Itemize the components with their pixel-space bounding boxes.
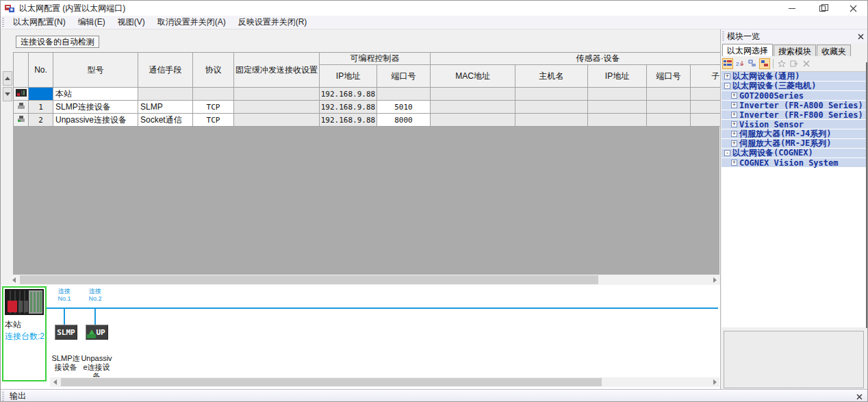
plc-host-icon (14, 88, 29, 101)
close-button[interactable] (838, 1, 868, 16)
row-move-down-button[interactable] (3, 87, 12, 101)
statusbar-grip (2, 392, 4, 401)
panel-close-button[interactable] (856, 32, 865, 40)
col-comm: 通信手段 (138, 53, 193, 88)
host-station-box[interactable]: 本站 连接台数:2 (2, 286, 47, 381)
menu-edit[interactable]: 编辑(E) (72, 15, 112, 29)
cell-plc-ip[interactable]: 192.168.9.88 (320, 114, 377, 127)
cell-sensor-port[interactable] (647, 101, 691, 114)
scrollbar-track[interactable] (18, 275, 710, 285)
collapse-icon[interactable]: - (724, 83, 730, 89)
table-row-host[interactable]: 本站 192.168.9.88 (14, 88, 766, 101)
network-diagram-panel: 本站 连接台数:2 连接No.1 SLMP SLMP连接设备 连接No.2 UP… (1, 285, 721, 389)
scroll-left-icon[interactable] (9, 275, 18, 285)
slmp-device-node[interactable]: SLMP (55, 325, 77, 340)
scrollbar-track[interactable] (60, 377, 710, 387)
cell-mac[interactable] (431, 101, 515, 114)
host-label: 本站 (5, 319, 45, 331)
cell-fixed-buffer[interactable] (234, 114, 320, 127)
cell-no[interactable]: 1 (29, 101, 53, 114)
cell-hostname[interactable] (515, 101, 588, 114)
expand-icon[interactable]: + (731, 102, 737, 108)
tree-item-cognex-vision[interactable]: +COGNEX Vision System (722, 158, 866, 167)
cell-protocol[interactable]: TCP (193, 101, 234, 114)
cell-no-selected[interactable] (29, 88, 53, 101)
restore-button[interactable] (807, 1, 838, 16)
tree-item-inverter-f800[interactable]: +Inverter (FR-F800 Series) (722, 110, 866, 119)
scrollbar-thumb[interactable] (20, 275, 598, 284)
menu-view[interactable]: 视图(V) (112, 15, 151, 29)
output-close-button[interactable] (855, 392, 863, 401)
scrollbar-thumb[interactable] (61, 378, 602, 386)
cell-mac[interactable] (431, 114, 515, 127)
cell-protocol[interactable] (193, 88, 234, 101)
cell-sensor-ip[interactable] (588, 114, 647, 127)
cell-plc-ip[interactable]: 192.168.9.88 (320, 101, 377, 114)
table-row-1[interactable]: 1 SLMP连接设备 SLMP TCP 192.168.9.88 5010 (14, 101, 766, 114)
cell-fixed-buffer[interactable] (234, 88, 320, 101)
tree-item-got2000[interactable]: +GOT2000Series (722, 91, 866, 100)
diagram-horizontal-scrollbar[interactable] (50, 377, 719, 387)
toolbar-separator (773, 59, 774, 68)
cell-hostname[interactable] (515, 88, 588, 101)
sort-button[interactable]: 2↓ (735, 58, 745, 69)
cell-no[interactable]: 2 (29, 114, 53, 127)
scroll-right-icon[interactable] (710, 275, 719, 285)
connection1-label: 连接No.1 (53, 288, 76, 303)
tab-favorites[interactable]: 收藏夹 (817, 45, 851, 56)
delete-button-disabled (801, 58, 812, 69)
cell-protocol[interactable]: TCP (193, 114, 234, 127)
cell-model[interactable]: SLMP连接设备 (53, 101, 138, 114)
minimize-button[interactable] (776, 1, 807, 16)
up-node-label: UP (96, 328, 105, 337)
cell-comm[interactable]: Socket通信 (138, 114, 193, 127)
cell-plc-port[interactable]: 8000 (377, 114, 431, 127)
auto-detect-button[interactable]: 连接设备的自动检测 (16, 36, 99, 48)
cell-sensor-ip[interactable] (588, 88, 647, 101)
table-horizontal-scrollbar[interactable] (9, 275, 719, 285)
window-title: 以太网配置 (内置以太网端口) (19, 3, 125, 14)
expand-icon[interactable]: + (731, 160, 737, 166)
cell-sensor-port[interactable] (647, 114, 691, 127)
expand-icon[interactable]: + (724, 73, 730, 79)
cell-hostname[interactable] (515, 114, 588, 127)
menu-cancel-close[interactable]: 取消设置并关闭(A) (151, 15, 232, 29)
ethernet-line (47, 307, 718, 309)
table-row-2[interactable]: 2 Unpassive连接设备 Socket通信 TCP 192.168.9.8… (14, 114, 766, 127)
cell-plc-ip[interactable]: 192.168.9.88 (320, 88, 377, 101)
scroll-left-icon[interactable] (50, 377, 60, 387)
cell-model[interactable]: 本站 (53, 88, 138, 101)
unpassive-device-node[interactable]: UP (86, 325, 108, 340)
cell-mac[interactable] (431, 88, 515, 101)
restore-icon (819, 5, 826, 12)
menu-ethernet-config[interactable]: 以太网配置(N) (7, 15, 72, 29)
collapse-tree-button[interactable] (747, 58, 758, 69)
cell-comm[interactable] (138, 88, 193, 101)
tree-item-ethernet-mitsubishi[interactable]: -以太网设备(三菱电机) (722, 81, 866, 90)
cell-model[interactable]: Unpassive连接设备 (53, 114, 138, 127)
favorite-move-button-disabled (789, 58, 800, 69)
expand-icon[interactable]: + (731, 92, 737, 99)
tab-search-module[interactable]: 搜索模块 (774, 45, 816, 56)
cell-comm[interactable]: SLMP (138, 101, 193, 114)
expand-icon[interactable]: + (731, 140, 737, 147)
tab-ethernet-select[interactable]: 以太网选择 (722, 44, 773, 56)
expand-tree-button[interactable] (759, 58, 770, 69)
cell-plc-port[interactable] (377, 88, 431, 101)
cell-sensor-port[interactable] (647, 88, 691, 101)
cell-fixed-buffer[interactable] (234, 101, 320, 114)
row-move-up-button[interactable] (3, 71, 12, 86)
expand-icon[interactable]: + (731, 131, 737, 137)
tree-item-inverter-a800[interactable]: +Inverter (FR-A800 Series) (722, 101, 866, 110)
menu-apply-close[interactable]: 反映设置并关闭(R) (232, 15, 314, 29)
list-view-button[interactable] (722, 58, 733, 69)
connection-table: No. 型号 通信手段 协议 固定缓冲发送接收设置 可编程控制器 传感器·设备 … (13, 52, 766, 127)
cell-sensor-ip[interactable] (588, 101, 647, 114)
scroll-right-icon[interactable] (710, 377, 719, 387)
collapse-icon[interactable]: - (724, 150, 730, 156)
expand-icon[interactable]: + (731, 112, 737, 118)
expand-icon[interactable]: + (731, 121, 737, 127)
cell-plc-port[interactable]: 5010 (377, 101, 431, 114)
col-protocol: 协议 (193, 53, 234, 88)
tree-item-ethernet-cognex[interactable]: -以太网设备(COGNEX) (722, 149, 866, 158)
